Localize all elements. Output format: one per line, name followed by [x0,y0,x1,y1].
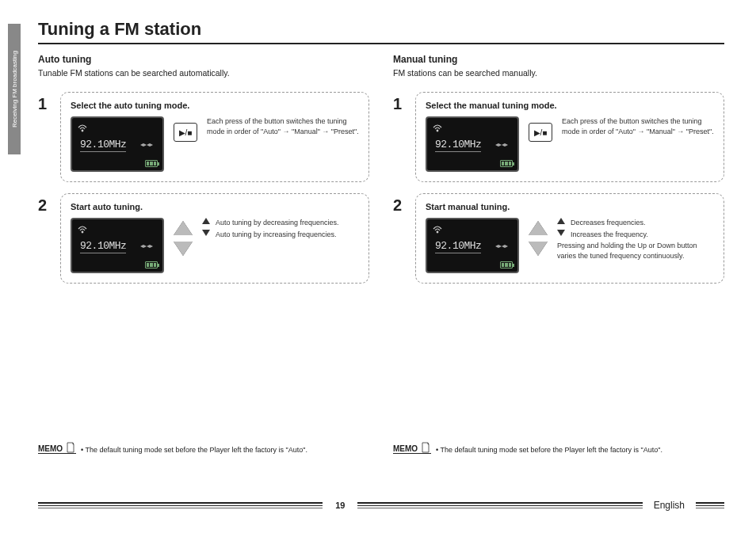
battery-icon [145,160,158,167]
page-number: 19 [330,501,349,510]
up-triangle-icon [202,218,210,224]
play-pause-button[interactable]: ▶/■ [529,123,552,142]
note-up: Auto tuning by decreasing frequencies. [216,218,339,228]
footer-rule-small [696,502,724,508]
step-number: 1 [38,92,60,182]
step-title: Start manual tuning. [426,202,714,211]
signal-icon [77,123,88,134]
auto-tuning-desc: Tunable FM stations can be searched auto… [38,68,369,78]
note-down: Increases the frequency. [571,230,648,240]
tune-arrows-icon: ◂▸◂▸ [140,141,153,148]
down-triangle-icon [202,230,210,236]
memo-row: MEMO • The default tuning mode set befor… [393,442,724,454]
note-up: Decreases frequencies. [571,218,646,228]
frequency-readout: 92.10MHz [80,139,126,152]
memo-row: MEMO • The default tuning mode set befor… [38,442,369,454]
step-title: Start auto tuning. [71,202,359,211]
lcd-display: 92.10MHz ◂▸◂▸ [71,218,164,273]
memo-label: MEMO [38,442,76,454]
step-note: Each press of the button switches the tu… [562,116,714,136]
manual-step-2: 2 Start manual tuning. 92.10MHz ◂▸◂▸ [393,193,724,284]
lcd-display: 92.10MHz ◂▸◂▸ [426,116,519,172]
down-button[interactable] [174,242,193,256]
step-title: Select the manual tuning mode. [426,101,714,110]
memo-text: • The default tuning mode set before the… [81,446,307,454]
auto-step-2: 2 Start auto tuning. 92.10MHz ◂▸◂▸ [38,193,369,284]
step-box: Select the auto tuning mode. 92.10MHz ◂▸… [60,92,369,182]
tune-arrows-icon: ◂▸◂▸ [495,242,508,249]
memo-label-text: MEMO [38,444,63,453]
manual-tuning-desc: FM stations can be searched manually. [393,68,724,78]
language-label: English [651,500,688,511]
tune-arrows-icon: ◂▸◂▸ [495,141,508,148]
page-content: Tuning a FM station Auto tuning Tunable … [0,0,756,454]
manual-tuning-heading: Manual tuning [393,54,724,65]
step-note: Auto tuning by decreasing frequencies. A… [202,218,339,241]
footer-rule [38,502,323,508]
up-triangle-icon [557,218,565,224]
step-title: Select the auto tuning mode. [71,101,359,110]
battery-icon [500,160,513,167]
column-manual-tuning: Manual tuning FM stations can be searche… [393,54,724,454]
step-note: Each press of the button switches the tu… [207,116,359,136]
memo-text: • The default tuning mode set before the… [436,446,662,454]
svg-point-1 [82,231,84,234]
tune-arrows-icon: ◂▸◂▸ [140,242,153,249]
footer-rule [357,502,642,508]
up-button[interactable] [174,221,193,235]
svg-point-3 [437,231,439,234]
step-box: Start auto tuning. 92.10MHz ◂▸◂▸ [60,193,369,284]
frequency-readout: 92.10MHz [435,139,481,152]
signal-icon [432,224,443,235]
up-down-buttons [174,221,193,256]
auto-tuning-heading: Auto tuning [38,54,369,65]
signal-icon [77,224,88,235]
step-box: Start manual tuning. 92.10MHz ◂▸◂▸ [415,193,724,284]
lcd-display: 92.10MHz ◂▸◂▸ [71,116,164,172]
note-down: Auto tuning by increasing frequencies. [216,230,337,240]
up-button[interactable] [529,221,548,235]
page-footer: 19 English [38,500,724,511]
page-title: Tuning a FM station [38,19,724,44]
section-tab: Receiving FM broadcasting [8,24,21,154]
frequency-readout: 92.10MHz [80,240,126,253]
note-extra: Pressing and holding the Up or Down butt… [557,241,714,261]
memo-note-icon [422,442,430,453]
svg-point-0 [82,130,84,132]
auto-step-1: 1 Select the auto tuning mode. 92.10MHz … [38,92,369,182]
step-number: 2 [38,193,60,284]
signal-icon [432,123,443,134]
step-box: Select the manual tuning mode. 92.10MHz … [415,92,724,182]
down-button[interactable] [529,242,548,256]
battery-icon [500,261,513,268]
step-number: 1 [393,92,415,182]
up-down-buttons [529,221,548,256]
down-triangle-icon [557,230,565,236]
play-pause-button[interactable]: ▶/■ [174,123,197,142]
column-auto-tuning: Auto tuning Tunable FM stations can be s… [38,54,369,454]
battery-icon [145,261,158,268]
step-note: Decreases frequencies. Increases the fre… [557,218,714,261]
memo-note-icon [67,442,74,453]
memo-label: MEMO [393,442,431,454]
lcd-display: 92.10MHz ◂▸◂▸ [426,218,519,273]
frequency-readout: 92.10MHz [435,240,481,253]
memo-label-text: MEMO [393,444,418,453]
svg-point-2 [437,130,439,132]
step-number: 2 [393,193,415,284]
manual-step-1: 1 Select the manual tuning mode. 92.10MH… [393,92,724,182]
